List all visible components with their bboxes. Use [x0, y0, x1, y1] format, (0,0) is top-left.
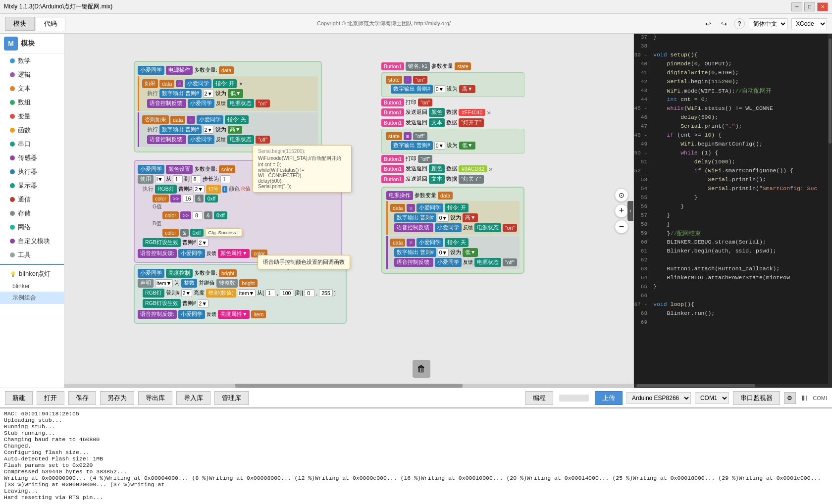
- data-r2[interactable]: data: [390, 239, 405, 247]
- close-button[interactable]: ✕: [817, 2, 828, 11]
- and-block-g[interactable]: &: [204, 211, 212, 219]
- rgb-block[interactable]: RGB灯: [155, 185, 177, 194]
- rgb-gen1[interactable]: RGB灯设生效: [143, 238, 181, 247]
- sidebar-item-math[interactable]: 数学: [0, 54, 64, 68]
- map-block[interactable]: 映射(数值): [206, 289, 236, 298]
- code-hscroll[interactable]: [634, 384, 832, 388]
- state-block1[interactable]: state: [386, 76, 402, 84]
- digital-out5[interactable]: 数字输出 普则#: [394, 213, 436, 222]
- eq-r1[interactable]: ≡: [407, 204, 415, 212]
- color-var-block[interactable]: color: [219, 165, 235, 173]
- tab-blocks[interactable]: 模块: [5, 17, 35, 31]
- to-val2[interactable]: 100: [280, 289, 294, 297]
- max-val[interactable]: 255: [319, 289, 333, 297]
- digital-out3[interactable]: 数字输出 普则#: [391, 85, 433, 94]
- cmd-off[interactable]: 指令: 关: [225, 115, 249, 124]
- color-g[interactable]: color: [162, 211, 179, 219]
- pin5[interactable]: 0▼: [438, 214, 449, 222]
- compile-button[interactable]: 编程: [525, 391, 553, 405]
- serial-monitor-button[interactable]: 串口监视器: [733, 391, 780, 405]
- code-scrollbar[interactable]: [828, 34, 832, 384]
- rshift-block[interactable]: >>: [170, 195, 181, 202]
- btn1c[interactable]: Button1: [381, 108, 404, 116]
- and-block-b[interactable]: &: [180, 229, 189, 237]
- r-hex[interactable]: 0xff: [205, 195, 218, 202]
- to-val[interactable]: 8: [191, 175, 201, 183]
- bright-var2[interactable]: bright: [239, 279, 257, 287]
- xiaolian5[interactable]: 小爱同学: [138, 165, 164, 174]
- xiaolian2[interactable]: 小爱同学: [188, 99, 214, 108]
- light-num[interactable]: 灯号: [206, 185, 221, 194]
- sidebar-item-sensor[interactable]: 传感器: [0, 151, 64, 165]
- sidebar-example-item[interactable]: 示例组合: [0, 292, 64, 304]
- color-attr[interactable]: 颜色属性▼: [218, 249, 250, 258]
- data-r1[interactable]: data: [390, 204, 405, 212]
- sidebar-blinker-section[interactable]: 💡 blinker点灯: [0, 267, 64, 281]
- xiaolian6[interactable]: 小爱同学: [178, 249, 205, 258]
- sidebar-blinker-item[interactable]: blinker: [0, 281, 64, 292]
- sidebar-item-comm[interactable]: 通信: [0, 193, 64, 206]
- cmd-block[interactable]: 指令: 开: [213, 79, 237, 88]
- digital-out4[interactable]: 数字输出 普则#: [391, 141, 433, 150]
- state-block2[interactable]: state: [386, 132, 402, 140]
- pin-dropdown2[interactable]: 2▼: [203, 126, 214, 134]
- btn1f[interactable]: Button1: [381, 165, 404, 173]
- step-val[interactable]: 1: [220, 175, 230, 183]
- and-block-r[interactable]: &: [195, 195, 204, 202]
- sidebar-item-variable[interactable]: 变量: [0, 109, 64, 123]
- power-op-r[interactable]: 电源操作: [386, 191, 413, 200]
- import-button[interactable]: 导入库: [176, 391, 210, 405]
- rgb-num[interactable]: 2▼: [194, 185, 205, 193]
- sound-block[interactable]: 声明: [138, 279, 154, 288]
- port-select[interactable]: COM1: [695, 392, 729, 404]
- i-dropdown[interactable]: i▼: [155, 175, 164, 183]
- canvas-hscroll[interactable]: [64, 384, 633, 388]
- high-val[interactable]: 高▼: [459, 85, 475, 93]
- off-block[interactable]: "off": [256, 136, 270, 144]
- board-select[interactable]: Arduino ESP8266: [626, 392, 691, 404]
- item-dropdown2[interactable]: item▼: [238, 289, 256, 297]
- code-hscroll-thumb[interactable]: [636, 384, 755, 387]
- saveas-button[interactable]: 另存为: [100, 391, 134, 405]
- xiaolian-r2[interactable]: 小爱同学: [416, 238, 443, 247]
- sidebar-item-tools[interactable]: 工具: [0, 248, 64, 262]
- xiaolian-r1b[interactable]: 小爱同学: [435, 223, 462, 232]
- bright-ctrl[interactable]: 亮度控制: [166, 269, 193, 278]
- rgb-num2[interactable]: 2▼: [198, 239, 208, 247]
- btn1-label[interactable]: Button1: [381, 62, 404, 70]
- sidebar-logo[interactable]: M 模块: [0, 34, 64, 54]
- tab-code[interactable]: 代码: [36, 17, 65, 31]
- sidebar-item-logic[interactable]: 逻辑: [0, 68, 64, 82]
- settings-icon[interactable]: ⚙: [784, 392, 796, 404]
- b-hex[interactable]: 0xff: [190, 229, 204, 237]
- opened-str[interactable]: "灯开了": [459, 118, 483, 127]
- low-block[interactable]: 低▼: [228, 89, 243, 98]
- pin3[interactable]: 0▼: [434, 85, 445, 93]
- bright-attr[interactable]: 亮度属性▼: [218, 310, 250, 319]
- high-block[interactable]: 高▼: [228, 126, 242, 134]
- color-type[interactable]: 颜色: [429, 108, 445, 117]
- sidebar-item-executor[interactable]: 执行器: [0, 165, 64, 179]
- rgb-gen2[interactable]: RGB灯设生效: [143, 299, 181, 308]
- save-button[interactable]: 保存: [68, 391, 96, 405]
- btn1g[interactable]: Button1: [381, 175, 404, 183]
- r-shift-val[interactable]: 16: [183, 195, 194, 202]
- sidebar-item-custom[interactable]: 自定义模块: [0, 234, 64, 248]
- zoom-out-button[interactable]: −: [615, 220, 628, 234]
- from-val2[interactable]: 1: [265, 289, 275, 297]
- manage-button[interactable]: 管理库: [214, 391, 249, 405]
- data-var-block[interactable]: data: [219, 66, 234, 74]
- sidebar-item-network[interactable]: 网络: [0, 220, 64, 234]
- off-str[interactable]: "off": [413, 132, 427, 140]
- redo-button[interactable]: ↪: [718, 18, 730, 30]
- power-state1[interactable]: 电源状态: [227, 99, 254, 108]
- digital-out2[interactable]: 数字输出 普则#: [159, 125, 202, 134]
- data-var-r[interactable]: data: [438, 192, 453, 200]
- pin4[interactable]: 0▼: [434, 142, 445, 150]
- zoom-in-button[interactable]: +: [615, 204, 628, 218]
- color-type2[interactable]: 颜色: [429, 164, 445, 173]
- xiaolian-cmd[interactable]: 小爱同学: [185, 79, 211, 88]
- on-str[interactable]: "on": [413, 76, 427, 84]
- low-r[interactable]: 低▼: [463, 248, 478, 257]
- xiaolian7[interactable]: 小爱同学: [138, 269, 164, 278]
